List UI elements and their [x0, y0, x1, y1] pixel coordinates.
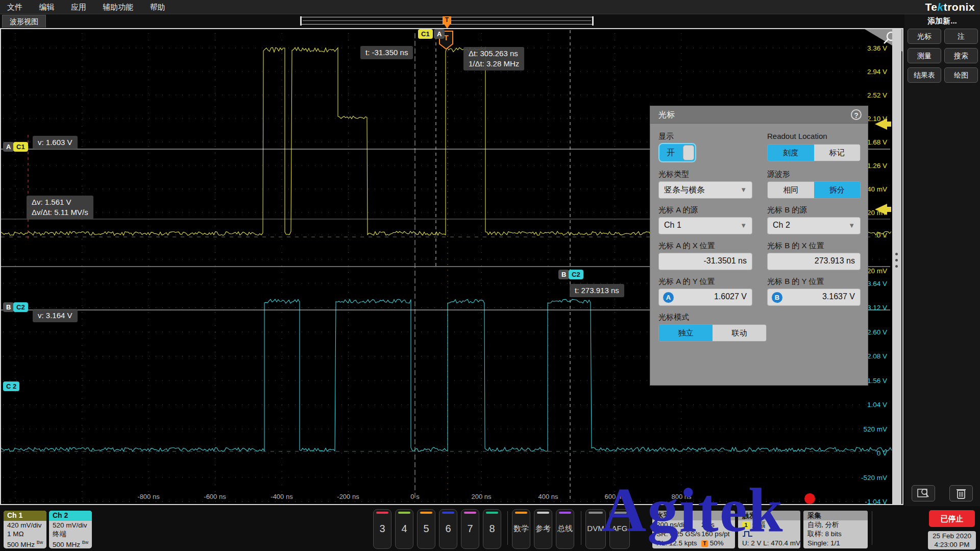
math-button[interactable]: 数学	[512, 509, 530, 549]
sidebar-cursor-button[interactable]: 光标	[908, 29, 941, 44]
channel-3-color-stripe	[376, 512, 388, 514]
separator	[507, 511, 508, 545]
channel-1-badge[interactable]: Ch 1 420 mV/div 1 MΩ 500 MHz Bw	[4, 511, 46, 548]
cursor-b-time-readout: t: 273.913 ns	[570, 284, 624, 297]
position-bar-right-cap	[592, 16, 594, 26]
sidebar-results-table-button[interactable]: 结果表	[908, 67, 941, 83]
channel-7-color-stripe	[464, 512, 476, 514]
cursor-b-badge[interactable]: B	[558, 270, 569, 279]
channel-2-badge[interactable]: Ch 2 520 mV/div 终端 500 MHz Bw	[49, 511, 92, 548]
y-label-ch1: 1.68 V	[867, 138, 887, 146]
channel-6-color-stripe	[442, 512, 454, 514]
bus-button[interactable]: 总线	[556, 509, 574, 549]
chevron-down-icon: ▼	[740, 222, 747, 229]
y-label-ch2: 3.64 V	[867, 280, 887, 288]
channel-7-button[interactable]: 7	[461, 509, 479, 549]
menu-utility[interactable]: 辅助功能	[95, 0, 140, 15]
menu-file[interactable]: 文件	[0, 0, 30, 15]
sidebar-measure-button[interactable]: 测量	[908, 48, 941, 63]
cursor-a-y-input[interactable]: A 1.6027 V	[658, 289, 752, 306]
cursor-b-y-input[interactable]: B 3.1637 V	[767, 289, 861, 306]
datetime-display: 25 Feb 20204:23:00 PM	[928, 531, 976, 549]
trash-icon	[956, 487, 966, 499]
channel-3-button[interactable]: 3	[373, 509, 391, 549]
display-toggle[interactable]: 开	[658, 143, 696, 162]
help-icon[interactable]: ?	[851, 109, 862, 120]
channel-6-button[interactable]: 6	[439, 509, 457, 549]
cursor-b-source-value: Ch 2	[773, 221, 790, 229]
cursor-b-x-input[interactable]: 273.913 ns	[767, 253, 861, 270]
mode-linked-option[interactable]: 联动	[713, 325, 766, 341]
y-label-ch2: 2.08 V	[867, 352, 887, 360]
channel-5-color-stripe	[420, 512, 432, 514]
y-label-ch1: 1.26 V	[867, 162, 887, 170]
trash-button[interactable]	[949, 485, 973, 501]
cursor-mode-segment: 独立 联动	[658, 324, 767, 342]
menu-apps[interactable]: 应用	[64, 0, 93, 15]
cursor-a-left-source-badge[interactable]: C1	[13, 142, 28, 152]
x-label: 400 ns	[538, 493, 558, 500]
cursor-a-source-badge[interactable]: C1	[418, 29, 433, 39]
cursor-a-x-input[interactable]: -31.3501 ns	[658, 253, 752, 270]
cursor-b-source-dropdown[interactable]: Ch 2 ▼	[767, 217, 861, 234]
cursor-b-source-label: 光标 B 的源	[767, 205, 807, 215]
y-label-ch1: 2.10 V	[867, 115, 887, 123]
sidebar-note-button[interactable]: 注	[944, 29, 978, 44]
trigger-position-indicator-icon[interactable]: T	[443, 16, 451, 24]
sidebar-plot-button[interactable]: 绘图	[944, 67, 978, 83]
readout-scale-option[interactable]: 刻度	[768, 145, 814, 161]
cursor-b-y-label: 光标 B 的 Y 位置	[767, 277, 824, 286]
sidebar-search-button[interactable]: 搜索	[944, 48, 978, 63]
channel-1-name: Ch 1	[4, 511, 46, 521]
cursor-a-x-label: 光标 A 的 X 位置	[658, 241, 715, 251]
menu-help[interactable]: 帮助	[143, 0, 173, 15]
display-label: 显示	[658, 132, 674, 141]
cursor-a-left-badge[interactable]: A	[3, 142, 14, 152]
cursor-type-dropdown[interactable]: 竖条与横条 ▼	[658, 181, 752, 199]
channel-2-handle-badge[interactable]: C 2	[3, 381, 19, 391]
channel-4-color-stripe	[398, 512, 410, 514]
channel-8-button[interactable]: 8	[483, 509, 501, 549]
channel-2-impedance: 终端	[49, 530, 92, 538]
source-same-option[interactable]: 相同	[768, 182, 814, 198]
readout-mark-option[interactable]: 标记	[814, 145, 861, 161]
y-label-ch2: 2.60 V	[867, 328, 887, 336]
position-bar-left-cap	[300, 16, 302, 26]
channel-4-button[interactable]: 4	[395, 509, 413, 549]
cursor-a-circle-badge: A	[663, 292, 674, 303]
delta-t-readout: Δt: 305.263 ns1/Δt: 3.28 MHz	[463, 47, 524, 70]
cursor-b-left-badge[interactable]: B	[3, 302, 14, 312]
cursor-a-badge[interactable]: A	[434, 29, 445, 39]
x-label: -600 ns	[204, 493, 226, 500]
reference-button[interactable]: 参考	[534, 509, 552, 549]
chevron-down-icon: ▼	[740, 186, 747, 194]
menu-edit[interactable]: 编辑	[32, 0, 61, 15]
chevron-down-icon: ▼	[848, 222, 855, 229]
tektronix-logo: Tektronix	[925, 1, 975, 13]
cursor-a-voltage-readout: v: 1.603 V	[33, 136, 78, 149]
channel-2-bandwidth: 500 MHz Bw	[49, 538, 92, 548]
right-scroll-strip[interactable]	[892, 29, 901, 504]
channel-5-button[interactable]: 5	[417, 509, 435, 549]
cursor-a-source-dropdown[interactable]: Ch 1 ▼	[658, 217, 752, 234]
cursor-b-voltage-readout: v: 3.164 V	[33, 309, 78, 322]
cursor-b-source-badge[interactable]: C2	[569, 270, 583, 279]
acquisition-title: 采集	[803, 511, 868, 520]
mode-independent-option[interactable]: 独立	[659, 325, 713, 341]
y-label-ch2: 1.04 V	[867, 401, 887, 409]
toggle-on-label: 开	[667, 148, 675, 157]
bus-color-stripe	[559, 512, 571, 514]
grip-dot-icon	[895, 253, 898, 255]
cursor-a-y-label: 光标 A 的 Y 位置	[658, 277, 715, 286]
cursor-a-y-value: 1.6027 V	[714, 292, 747, 301]
acquisition-settings-box[interactable]: 采集 自动, 分析 取样: 8 bits Single: 1/1	[803, 511, 868, 548]
cursor-a-time-readout: t: -31.350 ns	[360, 46, 413, 59]
magnifier-icon	[917, 487, 929, 499]
tab-waveform-view[interactable]: 波形视图	[2, 15, 46, 28]
source-split-option[interactable]: 拆分	[814, 182, 861, 198]
screen-zoom-button[interactable]	[912, 485, 935, 501]
cursor-b-left-source-badge[interactable]: C2	[13, 302, 28, 312]
readout-location-segment: 刻度 标记	[767, 144, 861, 161]
grip-dot-icon	[895, 265, 898, 268]
stopped-button[interactable]: 已停止	[929, 510, 975, 527]
